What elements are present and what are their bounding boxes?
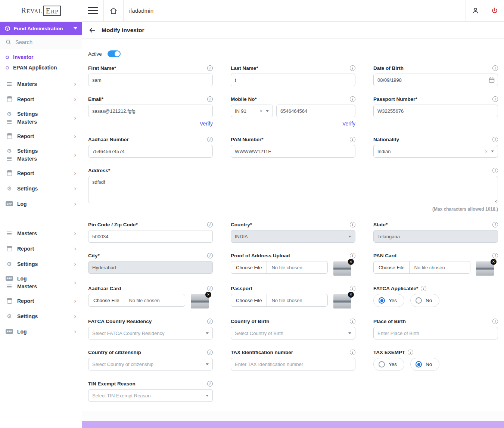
fatca-no-radio[interactable]: No	[410, 294, 439, 307]
info-icon[interactable]	[207, 350, 213, 355]
pan-number-input[interactable]	[231, 145, 355, 158]
info-icon[interactable]	[207, 96, 213, 102]
proof-of-address-thumbnail[interactable]: ✕	[333, 261, 351, 276]
info-icon[interactable]	[408, 350, 413, 355]
passport-number-input[interactable]	[373, 105, 498, 117]
info-icon[interactable]	[350, 222, 355, 227]
address-textarea[interactable]: sdfsdf	[88, 176, 498, 203]
logo-text-primary: Reval	[21, 6, 42, 15]
pan-card-file-input[interactable]: Choose File No file chosen	[373, 261, 470, 274]
country-of-birth-select[interactable]: Select Country of Birth	[231, 327, 355, 339]
passport-thumbnail[interactable]: ✕	[333, 294, 351, 308]
email-input[interactable]	[88, 105, 213, 117]
sidebar-item-log[interactable]: ERP Log ›	[0, 196, 82, 211]
remove-file-icon[interactable]: ✕	[491, 259, 497, 265]
active-toggle[interactable]	[108, 50, 121, 57]
pincode-input[interactable]	[88, 230, 213, 243]
module-switcher[interactable]: Fund Administration	[0, 22, 82, 35]
place-of-birth-input[interactable]	[373, 327, 498, 339]
aadhaar-card-thumbnail[interactable]: ✕	[191, 294, 209, 308]
info-icon[interactable]	[350, 96, 355, 102]
info-icon[interactable]	[350, 65, 355, 71]
info-icon[interactable]	[492, 96, 498, 102]
info-icon[interactable]	[207, 381, 213, 387]
passport-file-input[interactable]: Choose File No file chosen	[231, 294, 328, 307]
info-icon[interactable]	[207, 222, 213, 227]
mobile-number-input[interactable]	[276, 105, 355, 117]
dob-input[interactable]	[373, 74, 498, 86]
aadhaar-number-input[interactable]	[88, 145, 213, 158]
calendar-icon[interactable]	[489, 77, 495, 83]
info-icon[interactable]	[492, 319, 498, 324]
home-button[interactable]	[104, 0, 123, 21]
logout-button[interactable]	[485, 0, 504, 21]
email-verify-link[interactable]: Verify	[200, 121, 213, 127]
sidebar-item-epan-application[interactable]: EPAN Application	[0, 62, 82, 73]
field-nationality: Nationality Indian ×	[373, 136, 498, 158]
choose-file-button[interactable]: Choose File	[374, 261, 410, 273]
country-code-select[interactable]: IN 91 ×	[231, 105, 273, 117]
sidebar-item-report[interactable]: Report ›	[0, 293, 82, 308]
choose-file-button[interactable]: Choose File	[231, 261, 267, 273]
info-icon[interactable]	[207, 65, 213, 71]
info-icon[interactable]	[421, 286, 426, 291]
info-icon[interactable]	[207, 253, 213, 258]
info-icon[interactable]	[492, 137, 498, 142]
tin-exempt-reason-select[interactable]: Select TIN Exempt Reason	[88, 389, 213, 402]
sidebar-search-input[interactable]: Search	[0, 35, 82, 49]
info-icon[interactable]	[350, 319, 355, 324]
info-icon[interactable]	[207, 286, 213, 291]
info-icon[interactable]	[350, 137, 355, 142]
info-icon[interactable]	[350, 350, 355, 355]
info-icon[interactable]	[492, 168, 498, 173]
sidebar-item-settings-masters[interactable]: ⚙Settings Masters ›	[0, 107, 82, 128]
topbar: ifadadmin	[82, 0, 504, 22]
info-icon[interactable]	[492, 222, 498, 227]
info-icon[interactable]	[350, 286, 355, 291]
sidebar-item-report[interactable]: Report ›	[0, 241, 82, 256]
clear-icon[interactable]: ×	[485, 149, 488, 154]
sidebar-item-settings-masters[interactable]: ⚙Settings Masters ›	[0, 144, 82, 165]
sidebar-item-settings[interactable]: ⚙ Settings ›	[0, 256, 82, 272]
field-last-name: Last Name*	[231, 65, 355, 86]
clear-icon[interactable]: ×	[259, 109, 262, 114]
fatca-yes-radio[interactable]: Yes	[373, 294, 404, 307]
info-icon[interactable]	[207, 319, 213, 324]
first-name-input[interactable]	[88, 74, 213, 86]
country-select: INDIA	[231, 230, 355, 243]
mobile-verify-link[interactable]: Verify	[342, 121, 355, 127]
sidebar-item-investor[interactable]: Investor	[0, 52, 82, 62]
pan-card-thumbnail[interactable]: ✕	[476, 261, 494, 276]
remove-file-icon[interactable]: ✕	[348, 259, 354, 265]
tax-exempt-no-radio[interactable]: No	[410, 358, 439, 371]
sidebar-item-log[interactable]: ERP Log ›	[0, 324, 82, 339]
sidebar-item-settings[interactable]: ⚙ Settings ›	[0, 308, 82, 324]
sidebar-item-report[interactable]: Report ›	[0, 92, 82, 107]
citizenship-select[interactable]: Select Country of citizenship	[88, 358, 213, 370]
profile-button[interactable]	[466, 0, 485, 21]
tax-exempt-yes-radio[interactable]: Yes	[373, 358, 404, 371]
last-name-input[interactable]	[231, 74, 355, 86]
fatca-country-select[interactable]: Select FATCA Country Residency	[88, 327, 213, 339]
sidebar-item-report[interactable]: Report ›	[0, 165, 82, 181]
choose-file-button[interactable]: Choose File	[231, 294, 267, 306]
choose-file-button[interactable]: Choose File	[88, 294, 124, 306]
info-icon[interactable]	[492, 253, 498, 258]
sidebar-item-log-masters[interactable]: ERPLog Masters ›	[0, 272, 82, 293]
info-icon[interactable]	[350, 253, 355, 258]
horizontal-scrollbar[interactable]	[82, 421, 504, 428]
aadhaar-card-file-input[interactable]: Choose File No file chosen	[88, 294, 185, 307]
nationality-select[interactable]: Indian ×	[373, 145, 498, 158]
info-icon[interactable]	[207, 137, 213, 142]
sidebar-item-masters[interactable]: Masters ›	[0, 226, 82, 241]
info-icon[interactable]	[492, 65, 498, 71]
hamburger-menu-button[interactable]	[82, 0, 103, 21]
remove-file-icon[interactable]: ✕	[348, 292, 354, 298]
proof-of-address-file-input[interactable]: Choose File No file chosen	[231, 261, 328, 274]
sidebar-item-report[interactable]: Report ›	[0, 128, 82, 144]
sidebar-item-masters[interactable]: Masters ›	[0, 76, 82, 92]
tax-id-input[interactable]	[231, 358, 355, 370]
remove-file-icon[interactable]: ✕	[205, 292, 211, 298]
sidebar-item-settings[interactable]: ⚙ Settings ›	[0, 181, 82, 196]
back-button[interactable]	[88, 27, 96, 34]
